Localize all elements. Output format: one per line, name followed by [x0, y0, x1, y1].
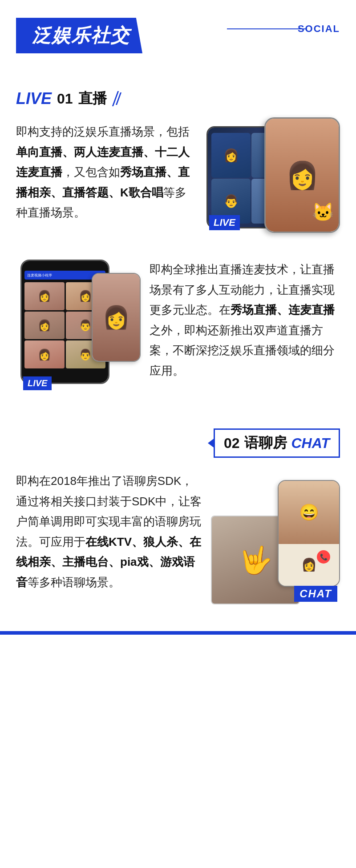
section-02-title: 语聊房: [244, 433, 287, 453]
section-02-label: 02 语聊房 CHAT: [16, 428, 340, 458]
face-5-icon: 👩: [38, 348, 51, 361]
emoji-overlay: 🐱: [312, 202, 334, 223]
face-cell-1: 👩: [24, 282, 65, 310]
phone-group-01: 👩 👩 👨 👨: [206, 117, 340, 233]
face-1-icon: 👩: [38, 290, 51, 302]
bottom-bar: [0, 631, 356, 635]
single-face-icon: 👩: [102, 304, 130, 330]
main-title: 泛娱乐社交: [32, 25, 130, 46]
face-cell-3: 👩: [24, 312, 65, 340]
img-col-chat: 🤟 😄 👩 📞: [211, 480, 340, 604]
call-end-button: 📞: [317, 550, 330, 564]
content-block-01: 即构支持的泛娱乐直播场景，包括单向直播、两人连麦直播、十二人连麦直播，又包含如秀…: [16, 122, 340, 233]
live-badge-01: LIVE: [209, 215, 240, 230]
phone-front: 👩 🐱: [264, 117, 340, 233]
cell-1: 👩: [211, 133, 251, 178]
header-section: 泛娱乐社交 SOCIAL: [0, 0, 356, 62]
social-label: SOCIAL: [298, 23, 340, 35]
face-4-icon: 👨: [79, 319, 92, 332]
live-badge-02: LIVE: [23, 376, 52, 390]
phone-group-chat: 🤟 😄 👩 📞: [211, 480, 340, 604]
chat-screen-top: 😄: [279, 481, 339, 544]
main-title-box: 泛娱乐社交: [16, 18, 142, 53]
phone-front-screen: 👩 🐱: [266, 119, 339, 232]
desc-01-p2: ，又包含如: [62, 165, 120, 179]
text-col-01: 即构支持的泛娱乐直播场景，包括单向直播、两人连麦直播、十二人连麦直播，又包含如秀…: [16, 122, 198, 223]
face-2-icon: 👩: [79, 290, 92, 302]
face-6-icon: 👨: [79, 348, 92, 361]
desc-01-p1: 即构支持的泛娱乐直播场景，包括: [16, 125, 190, 138]
live-label-01: LIVE: [16, 89, 52, 108]
laptop-face-icon: 🤟: [239, 544, 272, 576]
phone-single-screen: 👩: [93, 274, 140, 361]
text-col-chat: 即构在2018年推出了语聊房SDK，通过将相关接口封装于SDK中，让客户简单调用…: [16, 471, 202, 592]
desc-02b-bold1: 秀场直播、连麦直播: [231, 303, 335, 316]
section-01-num: 01: [57, 91, 73, 107]
content-block-chat: 即构在2018年推出了语聊房SDK，通过将相关接口封装于SDK中，让客户简单调用…: [16, 471, 340, 604]
phone-chat-right: 😄 👩 📞: [278, 480, 340, 587]
chat-badge: CHAT: [294, 586, 337, 602]
cell-person-1: 👩: [211, 133, 251, 178]
label-box-02: 02 语聊房 CHAT: [214, 428, 340, 458]
chat-bottom-icon: 👩: [301, 557, 317, 572]
section-01-label: LIVE 01 直播: [16, 89, 340, 108]
chat-screen-bottom: 👩: [279, 544, 339, 586]
chat-label: CHAT: [291, 435, 330, 452]
img-col-02: 连麦视频小程序 👩 👩 👩 👨 👩 👨: [16, 260, 141, 393]
chat-face-icon: 😄: [299, 503, 319, 522]
desc-02b-p2: 之外，即构还新推出双声道直播方案，不断深挖泛娱乐直播领域的细分应用。: [150, 324, 335, 377]
section-01: LIVE 01 直播 即构支持的泛娱乐直播场景，包括单向直播、两人连麦直播、十二…: [0, 89, 356, 393]
phone-single: 👩: [92, 273, 141, 362]
face-3-icon: 👩: [38, 319, 51, 332]
content-block-02: 连麦视频小程序 👩 👩 👩 👨 👩 👨: [16, 260, 340, 393]
section-02: 02 语聊房 CHAT 即构在2018年推出了语聊房SDK，通过将相关接口封装于…: [0, 428, 356, 604]
face-cell-5: 👩: [24, 340, 65, 368]
desc-chat-p2: 等多种语聊场景。: [28, 576, 120, 589]
phone-multi-header-text: 连麦视频小程序: [27, 273, 52, 278]
phone-group-02: 连麦视频小程序 👩 👩 👩 👨 👩 👨: [16, 260, 141, 393]
section-02-num: 02: [224, 435, 240, 452]
section-01-title: 直播: [78, 89, 107, 108]
img-col-01: 👩 👩 👨 👨: [206, 117, 340, 233]
header-line: [227, 28, 307, 29]
phone-chat-right-screen: 😄 👩: [279, 481, 339, 586]
text-col-02: 即构全球推出直播连麦技术，让直播场景有了多人互动能力，让直播实现更多元业态。在秀…: [150, 260, 340, 381]
call-end-icon: 📞: [320, 553, 328, 560]
